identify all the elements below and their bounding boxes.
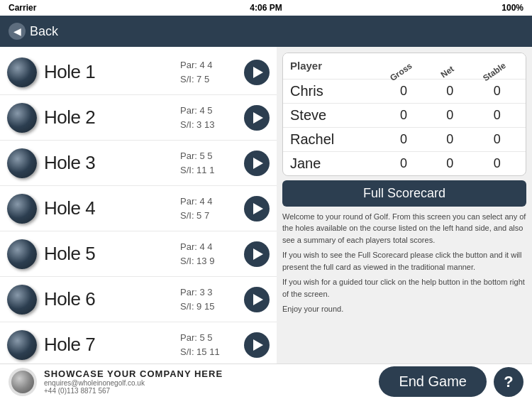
hole-stats-2: Par: 4 5 S/I: 3 13 xyxy=(180,104,237,131)
hole-name-3: Hole 3 xyxy=(44,152,180,174)
back-button[interactable]: ◀ Back xyxy=(9,23,58,40)
hole-par-6: Par: 3 3 xyxy=(180,285,237,300)
hole-stats-5: Par: 4 4 S/I: 13 9 xyxy=(180,240,237,268)
hole-stats-6: Par: 3 3 S/I: 9 15 xyxy=(180,285,237,313)
footer: SHOWCASE YOUR COMPANY HERE enquires@whol… xyxy=(0,364,532,399)
end-game-button[interactable]: End Game xyxy=(379,366,487,397)
stable-score-1: 0 xyxy=(469,103,526,127)
right-panel: Player Gross Net Stable Chris 0 0 0 Stev… xyxy=(277,47,532,364)
desc-p1: Welcome to your round of Golf. From this… xyxy=(282,211,526,246)
hole-item-6: Hole 6 Par: 3 3 S/I: 9 15 xyxy=(0,277,277,322)
score-table-container: Player Gross Net Stable Chris 0 0 0 Stev… xyxy=(282,53,526,176)
table-header-row: Player Gross Net Stable xyxy=(283,53,526,79)
net-score-1: 0 xyxy=(431,103,468,127)
hole-item-2: Hole 2 Par: 4 5 S/I: 3 13 xyxy=(0,95,277,141)
hole-play-button-2[interactable] xyxy=(244,105,270,131)
desc-p2: If you wish to see the Full Scorecard pl… xyxy=(282,249,526,273)
hole-si-5: S/I: 13 9 xyxy=(180,254,237,268)
holes-panel: Hole 1 Par: 4 4 S/I: 7 5 Hole 2 Par: 4 5… xyxy=(0,47,277,364)
hole-par-5: Par: 4 4 xyxy=(180,240,237,254)
gross-score-3: 0 xyxy=(376,151,431,175)
hole-item-7: Hole 7 Par: 5 5 S/I: 15 11 xyxy=(0,322,277,364)
hole-ball-6 xyxy=(7,285,37,315)
hole-play-button-3[interactable] xyxy=(244,151,270,176)
hole-play-button-6[interactable] xyxy=(244,287,270,312)
hole-si-7: S/I: 15 11 xyxy=(180,345,237,359)
score-row-jane: Jane 0 0 0 xyxy=(283,151,526,175)
hole-play-button-5[interactable] xyxy=(244,241,270,267)
back-chevron-icon: ◀ xyxy=(9,23,26,40)
hole-ball-3 xyxy=(7,148,37,178)
stable-score-3: 0 xyxy=(469,151,526,175)
hole-par-3: Par: 5 5 xyxy=(180,149,237,163)
player-name-0: Chris xyxy=(283,79,376,103)
net-score-2: 0 xyxy=(431,127,468,151)
hole-stats-7: Par: 5 5 S/I: 15 11 xyxy=(180,331,237,359)
hole-name-7: Hole 7 xyxy=(44,334,180,356)
time-label: 4:06 PM xyxy=(250,3,282,13)
net-score-0: 0 xyxy=(431,79,468,103)
player-name-3: Jane xyxy=(283,151,376,175)
hole-ball-5 xyxy=(7,239,37,269)
col-net-header: Net xyxy=(431,53,468,79)
hole-si-4: S/I: 5 7 xyxy=(180,209,237,223)
back-label: Back xyxy=(30,24,58,39)
description-panel: Welcome to your round of Golf. From this… xyxy=(282,211,526,364)
hole-item-3: Hole 3 Par: 5 5 S/I: 11 1 xyxy=(0,141,277,186)
gross-score-0: 0 xyxy=(376,79,431,103)
hole-item-5: Hole 5 Par: 4 4 S/I: 13 9 xyxy=(0,231,277,277)
stable-score-2: 0 xyxy=(469,127,526,151)
hole-stats-4: Par: 4 4 S/I: 5 7 xyxy=(180,195,237,222)
score-table-body: Chris 0 0 0 Steve 0 0 0 Rachel 0 0 0 Jan… xyxy=(283,79,526,175)
hole-si-6: S/I: 9 15 xyxy=(180,300,237,314)
hole-ball-2 xyxy=(7,103,37,133)
full-scorecard-button[interactable]: Full Scorecard xyxy=(282,180,526,207)
desc-p3: If you wish for a guided tour click on t… xyxy=(282,276,526,300)
hole-par-2: Par: 4 5 xyxy=(180,104,237,118)
hole-par-7: Par: 5 5 xyxy=(180,331,237,345)
footer-phone: +44 (0)113 8871 567 xyxy=(44,387,223,395)
col-player-header: Player xyxy=(283,53,376,79)
gross-score-1: 0 xyxy=(376,103,431,127)
player-name-1: Steve xyxy=(283,103,376,127)
hole-play-button-7[interactable] xyxy=(244,332,270,358)
hole-si-3: S/I: 11 1 xyxy=(180,163,237,177)
hole-play-button-4[interactable] xyxy=(244,196,270,222)
hole-name-1: Hole 1 xyxy=(44,61,180,83)
hole-item-4: Hole 4 Par: 4 4 S/I: 5 7 xyxy=(0,186,277,231)
col-stable-header: Stable xyxy=(469,53,526,79)
footer-logo-inner xyxy=(11,371,34,393)
desc-p4: Enjoy your round. xyxy=(282,303,526,315)
hole-si-2: S/I: 3 13 xyxy=(180,118,237,132)
hole-play-button-1[interactable] xyxy=(244,60,270,85)
score-row-rachel: Rachel 0 0 0 xyxy=(283,127,526,151)
hole-name-2: Hole 2 xyxy=(44,106,180,129)
header: ◀ Back xyxy=(0,16,532,47)
hole-item-1: Hole 1 Par: 4 4 S/I: 7 5 xyxy=(0,50,277,95)
hole-ball-7 xyxy=(7,330,37,360)
hole-par-1: Par: 4 4 xyxy=(180,58,237,72)
hole-par-4: Par: 4 4 xyxy=(180,195,237,209)
score-table: Player Gross Net Stable Chris 0 0 0 Stev… xyxy=(283,53,526,175)
help-button[interactable]: ? xyxy=(494,367,523,397)
footer-text: SHOWCASE YOUR COMPANY HERE enquires@whol… xyxy=(44,368,223,395)
col-gross-header: Gross xyxy=(376,53,431,79)
main-content: Hole 1 Par: 4 4 S/I: 7 5 Hole 2 Par: 4 5… xyxy=(0,47,532,364)
hole-si-1: S/I: 7 5 xyxy=(180,72,237,87)
stable-score-0: 0 xyxy=(469,79,526,103)
footer-logo xyxy=(9,368,37,396)
hole-name-5: Hole 5 xyxy=(44,243,180,265)
hole-name-4: Hole 4 xyxy=(44,197,180,219)
hole-ball-4 xyxy=(7,194,37,224)
gross-score-2: 0 xyxy=(376,127,431,151)
status-bar: Carrier 4:06 PM 100% xyxy=(0,0,532,16)
score-row-steve: Steve 0 0 0 xyxy=(283,103,526,127)
battery-label: 100% xyxy=(501,3,523,13)
hole-name-6: Hole 6 xyxy=(44,288,180,310)
carrier-label: Carrier xyxy=(9,3,36,13)
player-name-2: Rachel xyxy=(283,127,376,151)
hole-stats-1: Par: 4 4 S/I: 7 5 xyxy=(180,58,237,86)
hole-ball-1 xyxy=(7,58,37,87)
footer-company-name: SHOWCASE YOUR COMPANY HERE xyxy=(44,368,223,379)
footer-right: End Game ? xyxy=(379,366,523,397)
